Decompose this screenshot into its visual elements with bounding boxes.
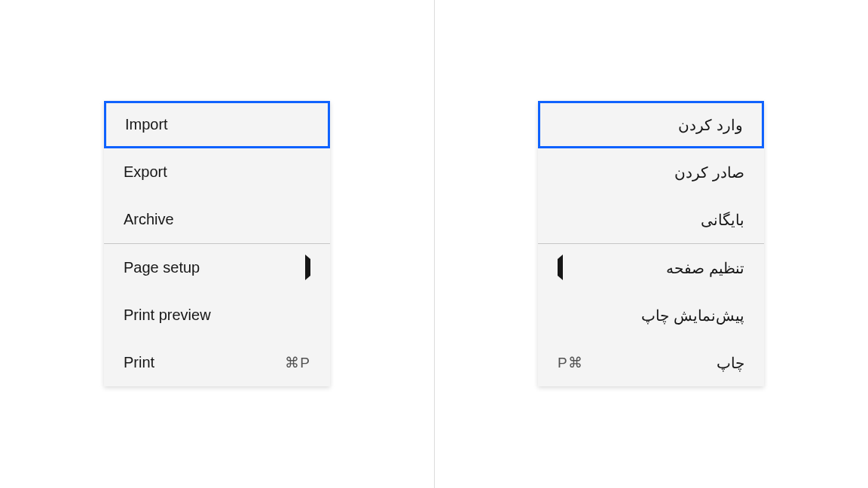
menu-item-label: پیش‌نمایش چاپ (641, 307, 744, 325)
chevron-right-icon (305, 259, 310, 276)
keyboard-shortcut: ⌘P (558, 354, 583, 371)
menu-item-print-preview[interactable]: Print preview (104, 291, 330, 339)
menu-item-label: صادر کردن (674, 163, 744, 181)
menu-item-label: وارد کردن (678, 116, 743, 134)
menu-item-export[interactable]: Export (104, 148, 330, 196)
menu-item-page-setup[interactable]: تنظیم صفحه (538, 244, 764, 291)
menu-item-print[interactable]: چاپ ⌘P (538, 339, 764, 386)
keyboard-shortcut: ⌘P (285, 354, 310, 371)
menu-item-label: Print preview (124, 307, 211, 324)
vertical-divider (434, 0, 435, 488)
menu-item-label: Page setup (124, 259, 200, 276)
menu-item-print-preview[interactable]: پیش‌نمایش چاپ (538, 291, 764, 339)
menu-item-label: چاپ (717, 354, 744, 372)
menu-item-export[interactable]: صادر کردن (538, 148, 764, 196)
context-menu-ltr: Import Export Archive Page setup Print p… (104, 101, 330, 386)
menu-item-label: بایگانی (701, 211, 744, 229)
menu-item-label: Archive (124, 211, 174, 228)
menu-item-archive[interactable]: بایگانی (538, 196, 764, 243)
menu-item-print[interactable]: Print ⌘P (104, 339, 330, 386)
menu-item-archive[interactable]: Archive (104, 196, 330, 243)
menu-item-label: Print (124, 354, 154, 371)
menu-item-import[interactable]: Import (104, 101, 330, 148)
menu-item-label: Export (124, 163, 167, 181)
menu-item-label: تنظیم صفحه (666, 259, 744, 277)
menu-item-import[interactable]: وارد کردن (538, 101, 764, 148)
chevron-left-icon (558, 259, 563, 276)
menu-item-page-setup[interactable]: Page setup (104, 244, 330, 291)
menu-item-label: Import (125, 116, 168, 133)
context-menu-rtl: وارد کردن صادر کردن بایگانی تنظیم صفحه پ… (538, 101, 764, 386)
